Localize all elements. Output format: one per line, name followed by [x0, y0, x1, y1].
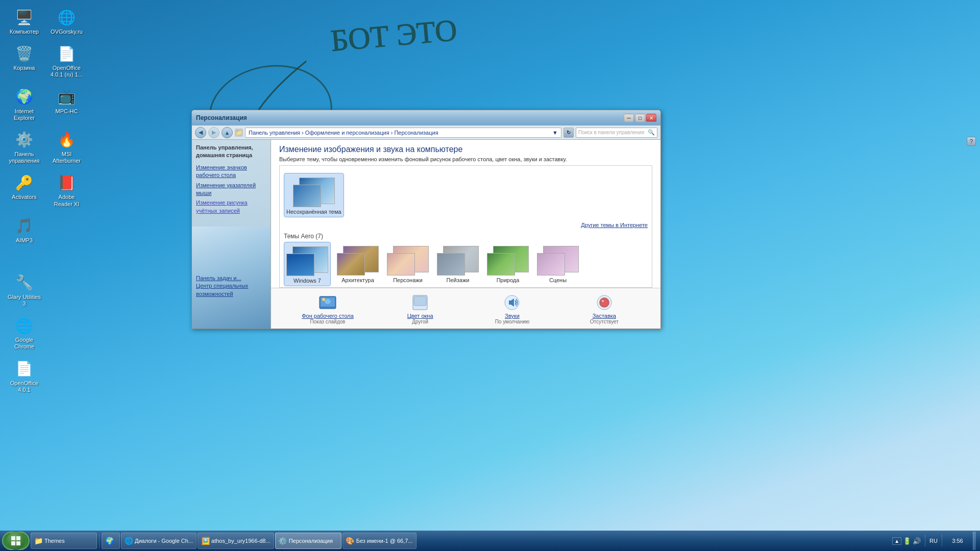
start-button[interactable]	[2, 532, 30, 550]
window-title: Персонализация	[196, 114, 247, 121]
screensaver-sublabel: Отсутствует	[590, 319, 619, 324]
desktop-icon-ovgorsky[interactable]: 🌐 OVGorsky.ru	[47, 5, 86, 37]
wallpaper-label[interactable]: Фон рабочего стола	[302, 313, 354, 319]
refresh-button[interactable]: ↻	[564, 128, 574, 138]
desktop-icon-mpchc[interactable]: 📺 MPC-HC	[47, 85, 86, 123]
svg-rect-16	[11, 541, 15, 545]
themes-taskbar-icon: 📁	[34, 537, 42, 545]
desktop-icon-label: OpenOffice 4.0.1	[7, 380, 41, 393]
landscape-thumbnail	[437, 244, 479, 276]
nature-thumbnail	[487, 244, 529, 276]
breadcrumb[interactable]: Панель управления › Оформление и персона…	[245, 128, 561, 138]
other-themes-link[interactable]: Другие темы в Интернете	[581, 222, 648, 228]
sidebar-link-accessibility[interactable]: Центр специальных возможностей	[196, 282, 266, 298]
tray-divider	[925, 535, 925, 547]
desktop-icon-openoffice[interactable]: 📄 OpenOffice 4.0.1 (ru) 1...	[47, 41, 86, 80]
taskbar-item-athos-label: athos_by_ury1966-d8...	[211, 538, 271, 544]
forward-button[interactable]: ▶	[208, 127, 219, 138]
taskbar-item-unnamed[interactable]: 🎨 Без имени-1 @ 66,7...	[342, 533, 416, 549]
folder-icon: 📁	[235, 129, 243, 137]
address-bar: ◀ ▶ ▲ 📁 Панель управления › Оформление и…	[192, 126, 660, 140]
desktop-icon-label: Панель управления	[7, 151, 41, 164]
sidebar-link-icons[interactable]: Изменение значков рабочего стола	[196, 164, 266, 180]
themes-scroll[interactable]: Несохранённая тема Другие темы в Интерне…	[279, 165, 652, 288]
svg-rect-15	[16, 536, 20, 540]
action-wallpaper[interactable]: Фон рабочего стола Показ слайдов	[302, 292, 354, 324]
sidebar-link-account[interactable]: Изменение рисунка учётных записей	[196, 199, 266, 215]
system-clock[interactable]: 3:56	[946, 538, 969, 544]
unsaved-thumbnail	[293, 176, 335, 207]
desktop-icon-ie[interactable]: 🌍 Internet Explorer	[5, 85, 43, 123]
breadcrumb-arrow: ▼	[552, 130, 558, 136]
taskbar-item-themes[interactable]: 📁 Themes	[31, 533, 97, 549]
action-screensaver[interactable]: Заставка Отсутствует	[579, 292, 630, 324]
personalization-taskbar-icon: ⚙️	[279, 537, 287, 545]
svg-point-13	[602, 300, 604, 302]
desktop-icon-adobe[interactable]: 📕 Adobe Reader XI	[47, 170, 86, 209]
screensaver-icon	[594, 292, 615, 313]
help-button[interactable]: ?	[967, 137, 976, 146]
language-indicator[interactable]: RU	[929, 538, 938, 544]
up-button[interactable]: ▲	[222, 127, 233, 138]
taskbar-item-personalization[interactable]: ⚙️ Персонализация	[275, 533, 341, 549]
sidebar-link-mouse[interactable]: Изменение указателей мыши	[196, 182, 266, 197]
desktop-icon-recycle[interactable]: 🗑️ Корзина	[5, 41, 43, 80]
action-sounds[interactable]: Звуки По умолчанию	[486, 292, 537, 324]
desktop-icon-label: Корзина	[14, 65, 35, 71]
desktop-icon-computer[interactable]: 🖥️ Компьютер	[5, 5, 43, 37]
tray-volume-icon[interactable]: 🔊	[913, 537, 921, 545]
screensaver-label[interactable]: Заставка	[593, 313, 616, 319]
search-box[interactable]: Поиск в панели управления 🔍	[576, 128, 657, 138]
theme-arch[interactable]: Архитектура	[335, 242, 381, 286]
taskbar-item-dialogs[interactable]: 🌐 Диалоги - Google Ch...	[121, 533, 197, 549]
desktop-icon-controlpanel[interactable]: ⚙️ Панель управления	[5, 128, 43, 166]
svg-rect-17	[16, 541, 20, 545]
theme-label: Природа	[497, 277, 520, 283]
action-color[interactable]: Цвет окна Другой	[395, 292, 446, 324]
theme-label: Сцены	[549, 277, 567, 283]
close-button[interactable]: ✕	[646, 114, 656, 122]
taskbar-item-dialogs-label: Диалоги - Google Ch...	[135, 538, 193, 544]
sounds-label[interactable]: Звуки	[505, 313, 520, 319]
taskbar-item-personalization-label: Персонализация	[289, 538, 333, 544]
taskbar-item-athos[interactable]: 🖼️ athos_by_ury1966-d8...	[198, 533, 274, 549]
taskbar: 📁 Themes 🌍 🌐 Диалоги - Google Ch... 🖼️ a…	[0, 531, 980, 551]
color-label[interactable]: Цвет окна	[407, 313, 433, 319]
theme-nature[interactable]: Природа	[485, 242, 531, 286]
desktop-icon-chrome[interactable]: 🌐 Google Chrome	[5, 313, 43, 352]
theme-windows7[interactable]: Windows 7	[284, 242, 331, 286]
dialogs-taskbar-icon: 🌐	[125, 537, 133, 545]
svg-text:БОТ ЭТО: БОТ ЭТО	[329, 13, 458, 58]
desktop-icon-label: OVGorsky.ru	[51, 29, 83, 35]
sidebar-home-link[interactable]: Панель управления, домашняя страница	[196, 144, 266, 160]
content-description: Выберите тему, чтобы одновременно измени…	[279, 156, 652, 162]
wallpaper-icon	[317, 292, 338, 313]
sidebar-link-taskbar[interactable]: Панель задач и...	[196, 274, 266, 282]
maximize-button[interactable]: □	[635, 114, 645, 122]
desktop-icon-glary[interactable]: 🔧 Glary Utilities 3	[5, 270, 43, 309]
windows7-thumbnail	[286, 244, 328, 276]
unsaved-theme[interactable]: Несохранённая тема	[284, 173, 344, 217]
unsaved-theme-label: Несохранённая тема	[286, 209, 341, 215]
desktop-icon-aimp[interactable]: 🎵 AIMP3	[5, 214, 43, 246]
show-desktop-button[interactable]	[973, 532, 976, 550]
desktop-icon-msi[interactable]: 🔥 MSI Afterburner	[47, 128, 86, 166]
desktop-icon-openoffice2[interactable]: 📄 OpenOffice 4.0.1	[5, 357, 43, 395]
minimize-button[interactable]: ─	[624, 114, 634, 122]
tray-expand-icon[interactable]: ▲	[892, 537, 901, 545]
search-placeholder: Поиск в панели управления	[578, 130, 644, 135]
theme-landscape[interactable]: Пейзажи	[435, 242, 481, 286]
bottom-actions: Фон рабочего стола Показ слайдов Цвет ок…	[271, 288, 660, 329]
back-button[interactable]: ◀	[195, 127, 206, 138]
start-orb-icon	[7, 532, 25, 550]
athos-taskbar-icon: 🖼️	[201, 537, 209, 545]
desktop-icon-label: Activators	[12, 194, 36, 201]
theme-chars[interactable]: Персонажи	[385, 242, 431, 286]
theme-label: Пейзажи	[447, 277, 470, 283]
theme-scenes[interactable]: Сцены	[535, 242, 581, 286]
desktop-icon-activators[interactable]: 🔑 Activators	[5, 170, 43, 209]
window-titlebar: Персонализация ─ □ ✕	[192, 110, 660, 126]
desktop-icon-label: Glary Utilities 3	[7, 294, 41, 307]
taskbar-item-ie[interactable]: 🌍	[102, 533, 120, 549]
themes-grid: Windows 7 Архитектура	[284, 242, 648, 288]
